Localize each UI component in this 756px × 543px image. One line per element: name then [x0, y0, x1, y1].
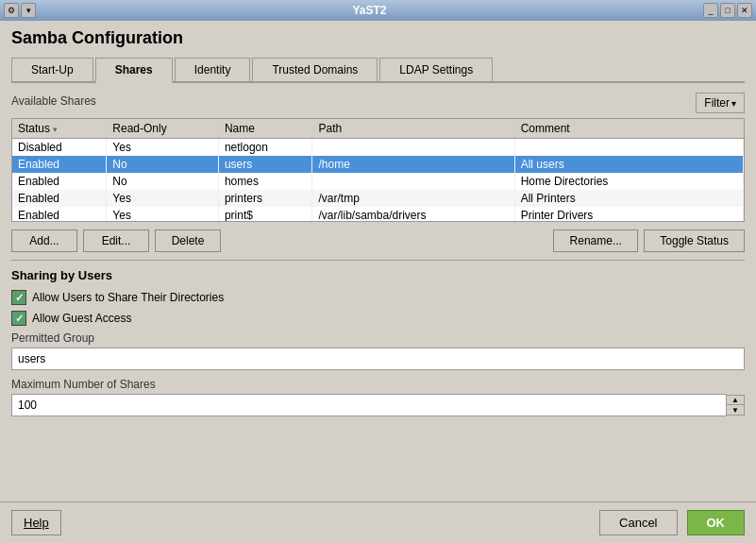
shares-table: Status ▾ Read-Only Name Path Comment Dis… [12, 119, 744, 222]
cell-readonly: Yes [107, 190, 219, 207]
main-content: Samba Configuration Start-Up Shares Iden… [0, 21, 756, 424]
cell-readonly: Yes [107, 139, 219, 157]
rename-button[interactable]: Rename... [553, 229, 638, 252]
cell-path: /var/tmp [312, 190, 514, 207]
max-shares-section: Maximum Number of Shares ▲ ▼ [11, 378, 745, 416]
titlebar-left-controls: ⚙ ▾ [4, 3, 36, 18]
cell-comment: All users [514, 156, 743, 173]
allow-guest-label: Allow Guest Access [32, 312, 131, 325]
cell-status: Enabled [12, 156, 107, 173]
max-shares-label: Maximum Number of Shares [11, 378, 745, 391]
cell-comment: Home Directories [514, 173, 743, 190]
max-shares-input[interactable] [11, 394, 727, 416]
cell-name: printers [218, 190, 312, 207]
titlebar-icon[interactable]: ⚙ [4, 3, 19, 18]
table-row[interactable]: EnabledYesprinters/var/tmpAll Printers [12, 190, 744, 207]
cell-name: homes [218, 173, 312, 190]
tab-startup[interactable]: Start-Up [11, 58, 93, 81]
help-button[interactable]: Help [11, 510, 61, 535]
cell-status: Enabled [12, 207, 107, 222]
table-row[interactable]: EnabledYesprint$/var/lib/samba/driversPr… [12, 207, 744, 222]
cancel-button[interactable]: Cancel [599, 510, 677, 535]
sharing-header: Sharing by Users [11, 268, 745, 282]
separator [11, 260, 745, 261]
cell-readonly: Yes [107, 207, 219, 222]
spinbox-down-button[interactable]: ▼ [727, 405, 744, 415]
spinbox-buttons: ▲ ▼ [727, 395, 745, 416]
cell-comment: Printer Drivers [514, 207, 743, 222]
permitted-group-section: Permitted Group [11, 331, 745, 378]
titlebar: ⚙ ▾ YaST2 _ □ ✕ [0, 0, 756, 21]
edit-button[interactable]: Edit... [83, 229, 149, 252]
window-title: YaST2 [36, 4, 703, 17]
cell-status: Enabled [12, 190, 107, 207]
tab-shares[interactable]: Shares [95, 58, 173, 83]
filter-button[interactable]: Filter ▾ [696, 93, 745, 113]
cell-comment: All Printers [514, 190, 743, 207]
shares-table-container[interactable]: Status ▾ Read-Only Name Path Comment Dis… [11, 118, 745, 222]
max-shares-spinbox-row: ▲ ▼ [11, 394, 745, 416]
ok-button[interactable]: OK [687, 510, 746, 535]
tab-ldap-settings[interactable]: LDAP Settings [379, 58, 493, 81]
tabs-container: Start-Up Shares Identity Trusted Domains… [11, 58, 745, 83]
table-header-row: Status ▾ Read-Only Name Path Comment [12, 119, 744, 139]
filter-row: Available Shares Filter ▾ [11, 93, 745, 113]
allow-guest-checkbox[interactable]: ✓ [11, 311, 26, 326]
titlebar-menu-btn[interactable]: ▾ [21, 3, 36, 18]
filter-label: Filter [704, 96, 730, 110]
col-status[interactable]: Status ▾ [12, 119, 107, 139]
cell-path: /var/lib/samba/drivers [312, 207, 514, 222]
cell-comment [514, 139, 743, 157]
check-icon: ✓ [15, 292, 24, 304]
tab-identity[interactable]: Identity [175, 58, 251, 81]
col-path[interactable]: Path [312, 119, 514, 139]
table-row[interactable]: EnabledNousers/homeAll users [12, 156, 744, 173]
allow-users-checkbox[interactable]: ✓ [11, 290, 26, 305]
table-row[interactable]: EnabledNohomesHome Directories [12, 173, 744, 190]
cell-status: Enabled [12, 173, 107, 190]
close-button[interactable]: ✕ [737, 3, 752, 18]
cell-status: Disabled [12, 139, 107, 157]
titlebar-right-controls: _ □ ✕ [703, 3, 752, 18]
cell-path: /home [312, 156, 514, 173]
cell-path [312, 173, 514, 190]
toggle-status-button[interactable]: Toggle Status [644, 229, 745, 252]
tab-trusted-domains[interactable]: Trusted Domains [252, 58, 378, 81]
spinbox-up-button[interactable]: ▲ [727, 396, 744, 405]
cell-readonly: No [107, 156, 219, 173]
allow-users-row: ✓ Allow Users to Share Their Directories [11, 290, 745, 305]
permitted-group-input[interactable] [11, 348, 745, 370]
left-buttons: Add... Edit... Delete [11, 229, 221, 252]
filter-arrow-icon: ▾ [731, 98, 736, 109]
cell-name: users [218, 156, 312, 173]
allow-guest-row: ✓ Allow Guest Access [11, 311, 745, 326]
bottom-bar: Help Cancel OK [0, 501, 756, 543]
table-row[interactable]: DisabledYesnetlogon [12, 139, 744, 157]
maximize-button[interactable]: □ [720, 3, 735, 18]
col-readonly[interactable]: Read-Only [107, 119, 219, 139]
allow-users-label: Allow Users to Share Their Directories [32, 291, 224, 304]
cell-readonly: No [107, 173, 219, 190]
add-button[interactable]: Add... [11, 229, 77, 252]
delete-button[interactable]: Delete [155, 229, 221, 252]
page-title: Samba Configuration [11, 28, 745, 48]
minimize-button[interactable]: _ [703, 3, 718, 18]
right-buttons: Rename... Toggle Status [553, 229, 745, 252]
cell-path [312, 139, 514, 157]
cell-name: netlogon [218, 139, 312, 157]
bottom-right-buttons: Cancel OK [599, 510, 745, 535]
col-comment[interactable]: Comment [514, 119, 743, 139]
permitted-group-label: Permitted Group [11, 331, 745, 345]
available-shares-label: Available Shares [11, 94, 96, 108]
col-name[interactable]: Name [218, 119, 312, 139]
cell-name: print$ [218, 207, 312, 222]
check-icon-2: ✓ [15, 313, 24, 325]
